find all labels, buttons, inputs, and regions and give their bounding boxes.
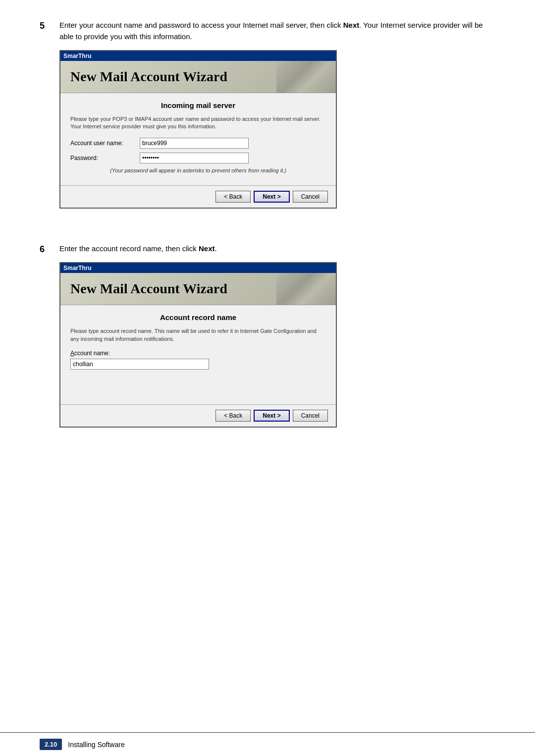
dialog-5-subtitle: Incoming mail server — [70, 101, 326, 109]
dialog-5-banner: New Mail Account Wizard — [60, 61, 336, 93]
footer-text: Installing Software — [68, 741, 124, 749]
dialog-5-titlebar: SmarThru — [60, 51, 336, 61]
section-6-text: Enter the account record name, then clic… — [59, 243, 495, 255]
section-5-content: Enter your account name and password to … — [59, 20, 495, 223]
dialog-6-footer: < Back Next > Cancel — [60, 404, 336, 427]
dialog-6-desc: Please type account record name. This na… — [70, 327, 326, 343]
cancel-button-6[interactable]: Cancel — [293, 410, 328, 422]
dialog-step5: SmarThru New Mail Account Wizard Incomin… — [59, 50, 337, 209]
password-input[interactable] — [140, 153, 249, 163]
dialog-5-desc: Please type your POP3 or IMAP4 account u… — [70, 115, 326, 131]
dialog-6-titlebar: SmarThru — [60, 263, 336, 273]
account-name-label: Account name: — [70, 350, 326, 357]
username-input[interactable] — [140, 138, 249, 149]
username-label: Account user name: — [70, 140, 140, 147]
account-name-input[interactable] — [70, 359, 209, 370]
next-button-5[interactable]: Next > — [254, 191, 289, 203]
cancel-button-5[interactable]: Cancel — [293, 191, 328, 203]
dialog-5-footer: < Back Next > Cancel — [60, 185, 336, 208]
footer: 2.10 Installing Software — [0, 732, 535, 756]
next-button-6[interactable]: Next > — [254, 410, 289, 422]
dialog-5-banner-title: New Mail Account Wizard — [70, 69, 326, 85]
form-row-username: Account user name: — [70, 138, 326, 149]
dialog-6-body: Account record name Please type account … — [60, 305, 336, 404]
account-name-group: Account name: — [70, 350, 326, 370]
dialog-step6: SmarThru New Mail Account Wizard Account… — [59, 262, 337, 428]
section-6: 6 Enter the account record name, then cl… — [40, 243, 495, 442]
step-number-6: 6 — [40, 244, 59, 255]
footer-badge: 2.10 — [40, 739, 62, 750]
password-label: Password: — [70, 155, 140, 162]
dialog-6-banner: New Mail Account Wizard — [60, 273, 336, 305]
back-button-5[interactable]: < Back — [215, 191, 251, 203]
dialog-6-banner-title: New Mail Account Wizard — [70, 281, 326, 297]
back-button-6[interactable]: < Back — [215, 410, 251, 422]
step-number-5: 5 — [40, 21, 59, 31]
dialog-6-subtitle: Account record name — [70, 313, 326, 322]
password-note: (Your password will appear in asterisks … — [70, 167, 326, 173]
section-5-text: Enter your account name and password to … — [59, 20, 495, 42]
section-5: 5 Enter your account name and password t… — [40, 20, 495, 223]
dialog-5-body: Incoming mail server Please type your PO… — [60, 93, 336, 185]
form-row-password: Password: — [70, 153, 326, 163]
section-6-content: Enter the account record name, then clic… — [59, 243, 495, 442]
